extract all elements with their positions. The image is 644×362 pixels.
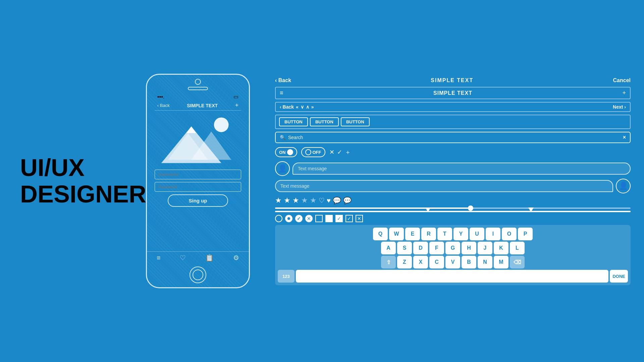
key-shift[interactable]: ⇧ [381,256,396,268]
key-c[interactable]: C [429,256,444,268]
nav-prev[interactable]: ∨ [301,104,304,110]
key-l[interactable]: L [510,242,525,254]
heart-empty-1[interactable]: ♡ [319,196,325,204]
key-delete[interactable]: ⌫ [510,256,525,268]
radio-empty[interactable] [275,215,282,222]
slider-2[interactable] [275,211,631,212]
nav-up[interactable]: ∧ [306,104,309,110]
search-bar[interactable]: 🔍 Search × [275,132,631,143]
phone-add-button[interactable]: + [235,102,239,109]
bubble-filled[interactable]: 💬 [343,196,352,204]
key-j[interactable]: J [478,242,492,254]
radio-filled[interactable] [285,215,292,222]
nav-next-button[interactable]: Next › [613,104,626,110]
key-p[interactable]: P [518,228,533,240]
toggle-on[interactable]: ON [275,147,297,157]
phone-menu-icon[interactable]: ≡ [157,254,161,262]
nav-prev-double[interactable]: « [296,104,299,110]
phone-home-inner-circle [193,269,203,280]
top-nav-cancel[interactable]: Cancel [613,77,631,83]
title-line2: DESIGNER [20,181,146,207]
phone-back-button[interactable]: ‹ Back [157,103,170,108]
phone-camera [195,79,201,85]
key-n[interactable]: N [478,256,492,268]
search-clear-button[interactable]: × [623,134,626,140]
key-123[interactable]: 123 [278,270,294,283]
toggle-row: ON OFF ✕ ✓ ＋ [275,146,631,159]
key-a[interactable]: A [381,242,396,254]
key-k[interactable]: K [494,242,508,254]
key-g[interactable]: G [445,242,460,254]
star-empty-1[interactable]: ★ [301,196,308,205]
star-filled-1[interactable]: ★ [275,196,282,205]
key-b[interactable]: B [462,256,476,268]
key-e[interactable]: E [405,228,420,240]
key-space[interactable] [296,270,608,283]
key-z[interactable]: Z [397,256,412,268]
button-3[interactable]: BUTTON [341,117,370,126]
checkbox-check[interactable]: ✓ [335,215,343,222]
avatar-icon: 👤 [278,164,287,173]
message-left-bubble: Text message [292,163,631,175]
key-h[interactable]: H [462,242,476,254]
key-done[interactable]: DONE [610,270,628,283]
star-filled-3[interactable]: ★ [292,196,299,205]
key-o[interactable]: O [502,228,517,240]
checkbox-empty[interactable] [315,215,323,222]
radio-check[interactable]: ✓ [295,215,303,222]
svg-point-0 [214,117,229,132]
star-empty-2[interactable]: ★ [310,196,317,205]
radio-x[interactable]: ✕ [305,215,313,222]
key-v[interactable]: V [445,256,460,268]
message-right-bubble: Text message [275,180,613,192]
nav-back-button[interactable]: ‹ Back [280,104,294,110]
button-2[interactable]: BUTTON [310,117,339,126]
slider-1-thumb[interactable] [468,205,473,211]
key-y[interactable]: Y [453,228,468,240]
toolbar-title: SIMPLE TEXT [286,90,620,96]
checkbox-x[interactable]: ✕ [356,215,363,222]
password-input[interactable] [155,182,241,192]
key-i[interactable]: I [486,228,500,240]
key-u[interactable]: U [470,228,484,240]
key-d[interactable]: D [413,242,428,254]
star-filled-2[interactable]: ★ [284,196,290,205]
x-symbol: ✕ [329,148,334,156]
checkbox-check-outline[interactable]: ✓ [345,215,353,222]
key-t[interactable]: T [437,228,452,240]
slider-1[interactable] [275,207,631,209]
checkbox-filled[interactable] [325,215,333,222]
key-w[interactable]: W [389,228,404,240]
slider-2-thumb-left[interactable] [425,207,431,212]
bubble-empty[interactable]: 💬 [333,196,341,204]
phone-home-button[interactable] [190,266,206,283]
key-x[interactable]: X [413,256,428,268]
key-m[interactable]: M [494,256,508,268]
heart-filled-1[interactable]: ♥ [327,197,331,204]
toggle-off[interactable]: OFF [301,147,325,157]
message-right-row: Text message 👤 [275,179,631,193]
toggle-on-thumb [287,149,293,155]
phone-settings-icon[interactable]: ⚙ [233,254,239,262]
username-input[interactable] [155,170,241,179]
plus-symbol: ＋ [345,148,351,156]
phone-battery: ▭ [233,94,238,100]
signup-button[interactable]: Sing up [168,194,228,207]
sender-avatar: 👤 [275,161,290,176]
button-1[interactable]: BUTTON [279,117,308,126]
key-f[interactable]: F [429,242,444,254]
key-q[interactable]: Q [373,228,388,240]
phone-speaker [188,87,208,90]
menu-icon[interactable]: ≡ [280,89,283,97]
message-left-row: 👤 Text message [275,161,631,176]
phone-heart-icon[interactable]: ♡ [180,254,186,262]
key-r[interactable]: R [421,228,436,240]
toggle-symbols: ✕ ✓ ＋ [329,148,351,156]
top-nav-back[interactable]: ‹ Back [275,77,291,83]
slider-2-thumb-right[interactable] [528,207,534,212]
nav-next-double[interactable]: » [311,104,314,110]
add-icon[interactable]: + [622,89,626,97]
toggle-off-label: OFF [313,150,321,155]
key-s[interactable]: S [397,242,412,254]
phone-notes-icon[interactable]: 📋 [205,254,214,262]
